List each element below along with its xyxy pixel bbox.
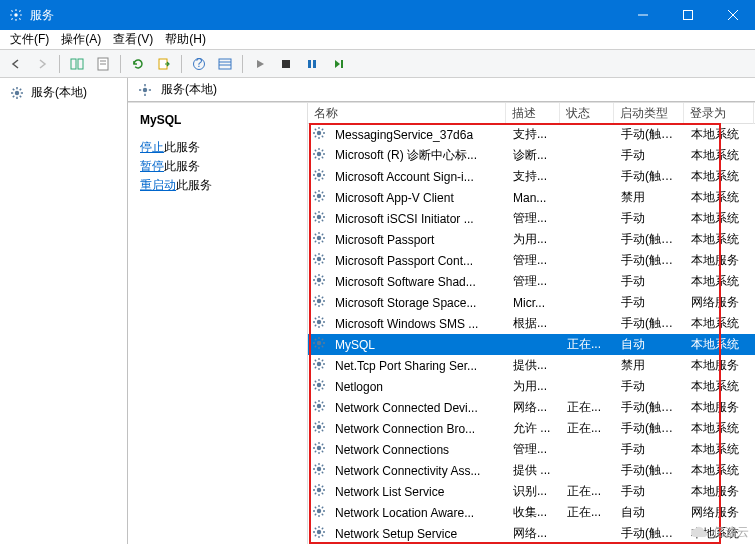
service-row[interactable]: Microsoft Software Shad...管理...手动本地系统 bbox=[308, 271, 755, 292]
cell-status bbox=[561, 365, 615, 367]
stop-service-button[interactable] bbox=[274, 52, 298, 76]
gear-icon bbox=[308, 504, 329, 521]
pause-service-link[interactable]: 暂停 bbox=[140, 159, 164, 173]
svg-rect-13 bbox=[219, 59, 231, 69]
cell-desc: 允许 ... bbox=[507, 419, 561, 438]
pane-header: 服务(本地) bbox=[128, 78, 755, 102]
cell-startup: 禁用 bbox=[615, 356, 685, 375]
col-name[interactable]: 名称 bbox=[308, 103, 506, 124]
svg-line-27 bbox=[13, 95, 15, 97]
svg-text:?: ? bbox=[196, 57, 203, 70]
col-desc[interactable]: 描述 bbox=[506, 103, 560, 124]
service-row[interactable]: Network Setup Service网络...手动(触发...本地系统 bbox=[308, 523, 755, 544]
services-app-icon bbox=[8, 7, 24, 23]
svg-line-60 bbox=[322, 171, 323, 172]
minimize-button[interactable] bbox=[620, 0, 665, 30]
cell-startup: 手动 bbox=[615, 440, 685, 459]
cell-desc bbox=[507, 344, 561, 346]
service-row[interactable]: MessagingService_37d6a支持...手动(触发...本地系统 bbox=[308, 124, 755, 145]
svg-point-29 bbox=[143, 87, 147, 91]
menu-file[interactable]: 文件(F) bbox=[4, 29, 55, 50]
svg-point-43 bbox=[317, 152, 321, 156]
forward-button[interactable] bbox=[30, 52, 54, 76]
help-button[interactable]: ? bbox=[187, 52, 211, 76]
services-list[interactable]: 名称 描述 状态 启动类型 登录为 MessagingService_37d6a… bbox=[308, 103, 755, 544]
cell-status: 正在... bbox=[561, 503, 615, 522]
cell-startup: 手动(触发... bbox=[615, 251, 685, 270]
service-row[interactable]: Network Location Aware...收集...正在...自动网络服… bbox=[308, 502, 755, 523]
service-row[interactable]: Network Connections管理...手动本地系统 bbox=[308, 439, 755, 460]
export-list-button[interactable] bbox=[152, 52, 176, 76]
menu-help[interactable]: 帮助(H) bbox=[159, 29, 212, 50]
cell-name: Microsoft App-V Client bbox=[329, 190, 507, 206]
service-row[interactable]: Microsoft (R) 诊断中心标...诊断...手动本地系统 bbox=[308, 145, 755, 166]
toolbar-separator bbox=[242, 55, 243, 73]
cell-desc: 收集... bbox=[507, 503, 561, 522]
service-row[interactable]: Network Connected Devi...网络...正在...手动(触发… bbox=[308, 397, 755, 418]
service-row[interactable]: Microsoft Passport Cont...管理...手动(触发...本… bbox=[308, 250, 755, 271]
svg-line-149 bbox=[315, 388, 316, 389]
svg-line-201 bbox=[315, 507, 316, 508]
service-row[interactable]: Microsoft Passport为用...手动(触发...本地系统 bbox=[308, 229, 755, 250]
svg-point-0 bbox=[14, 13, 18, 17]
cell-desc: 诊断... bbox=[507, 146, 561, 165]
svg-line-147 bbox=[315, 381, 316, 382]
service-row[interactable]: Microsoft Account Sign-i...支持...手动(触发...… bbox=[308, 166, 755, 187]
svg-line-25 bbox=[13, 88, 15, 90]
cell-status bbox=[561, 470, 615, 472]
cell-status bbox=[561, 449, 615, 451]
cell-logon: 本地服务 bbox=[685, 251, 755, 270]
close-button[interactable] bbox=[710, 0, 755, 30]
menu-bar: 文件(F) 操作(A) 查看(V) 帮助(H) bbox=[0, 30, 755, 50]
svg-line-75 bbox=[315, 213, 316, 214]
properties-button[interactable] bbox=[91, 52, 115, 76]
gear-icon bbox=[308, 420, 329, 437]
cell-logon: 本地系统 bbox=[685, 314, 755, 333]
svg-rect-17 bbox=[308, 60, 311, 68]
service-row[interactable]: Net.Tcp Port Sharing Ser...提供...禁用本地服务 bbox=[308, 355, 755, 376]
col-status[interactable]: 状态 bbox=[560, 103, 614, 124]
service-row[interactable]: Network Connectivity Ass...提供 ...手动(触发..… bbox=[308, 460, 755, 481]
service-row[interactable]: Microsoft App-V ClientMan...禁用本地系统 bbox=[308, 187, 755, 208]
gear-icon bbox=[10, 86, 24, 100]
col-startup[interactable]: 启动类型 bbox=[614, 103, 684, 124]
menu-view[interactable]: 查看(V) bbox=[107, 29, 159, 50]
cell-logon: 本地服务 bbox=[685, 398, 755, 417]
svg-line-67 bbox=[322, 199, 323, 200]
restart-service-link[interactable]: 重启动 bbox=[140, 178, 176, 192]
pause-service-button[interactable] bbox=[300, 52, 324, 76]
refresh-button[interactable] bbox=[126, 52, 150, 76]
list-view-button[interactable] bbox=[213, 52, 237, 76]
cell-name: Network List Service bbox=[329, 484, 507, 500]
service-row[interactable]: MySQL正在...自动本地系统 bbox=[308, 334, 755, 355]
start-service-button[interactable] bbox=[248, 52, 272, 76]
gear-icon bbox=[308, 147, 329, 164]
cell-desc: 提供... bbox=[507, 356, 561, 375]
service-row[interactable]: Microsoft iSCSI Initiator ...管理...手动本地系统 bbox=[308, 208, 755, 229]
cell-desc: 根据... bbox=[507, 314, 561, 333]
cell-logon: 本地系统 bbox=[685, 188, 755, 207]
svg-point-160 bbox=[317, 425, 321, 429]
service-row[interactable]: Netlogon为用...手动本地系统 bbox=[308, 376, 755, 397]
svg-line-183 bbox=[315, 465, 316, 466]
svg-line-120 bbox=[315, 318, 316, 319]
menu-action[interactable]: 操作(A) bbox=[55, 29, 107, 50]
col-logon[interactable]: 登录为 bbox=[684, 103, 754, 124]
maximize-button[interactable] bbox=[665, 0, 710, 30]
cell-logon: 本地系统 bbox=[685, 230, 755, 249]
svg-line-123 bbox=[322, 318, 323, 319]
tree-node-services-local[interactable]: 服务(本地) bbox=[2, 82, 125, 103]
svg-line-84 bbox=[315, 234, 316, 235]
service-row[interactable]: Microsoft Windows SMS ...根据...手动(触发...本地… bbox=[308, 313, 755, 334]
stop-service-link[interactable]: 停止 bbox=[140, 140, 164, 154]
restart-service-button[interactable] bbox=[326, 52, 350, 76]
service-row[interactable]: Microsoft Storage Space...Micr...手动网络服务 bbox=[308, 292, 755, 313]
back-button[interactable] bbox=[4, 52, 28, 76]
show-hide-tree-button[interactable] bbox=[65, 52, 89, 76]
svg-line-51 bbox=[322, 150, 323, 151]
svg-rect-16 bbox=[282, 60, 290, 68]
cell-logon: 本地系统 bbox=[685, 125, 755, 144]
service-row[interactable]: Network List Service识别...正在...手动本地服务 bbox=[308, 481, 755, 502]
cell-logon: 本地系统 bbox=[685, 377, 755, 396]
service-row[interactable]: Network Connection Bro...允许 ...正在...手动(触… bbox=[308, 418, 755, 439]
